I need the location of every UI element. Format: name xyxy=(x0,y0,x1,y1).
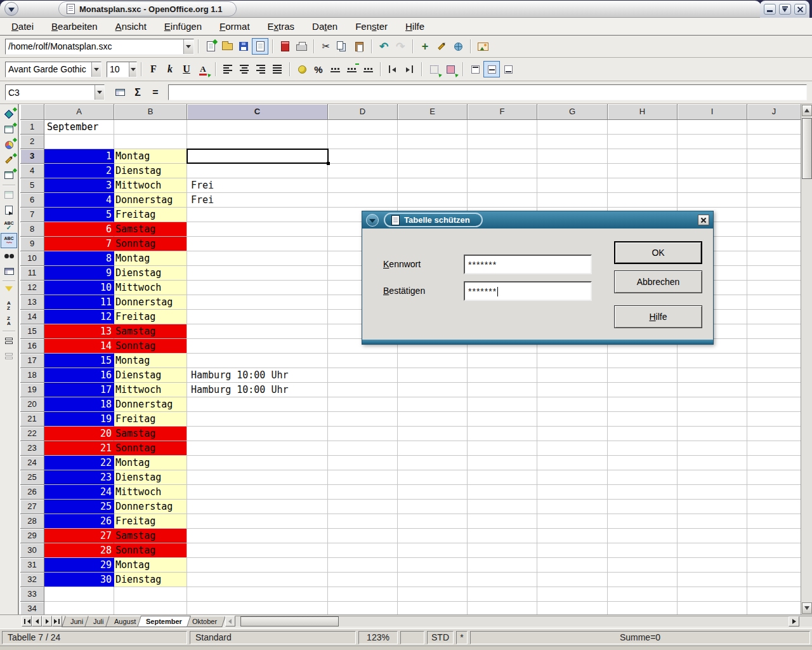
cell-F34[interactable] xyxy=(468,602,537,614)
cell-H32[interactable] xyxy=(608,573,678,587)
cell-J17[interactable] xyxy=(747,354,801,368)
cell-H24[interactable] xyxy=(608,456,678,470)
italic-button[interactable]: k xyxy=(162,61,178,77)
group-button[interactable] xyxy=(1,333,17,348)
cell-E4[interactable] xyxy=(398,164,468,178)
cell-I32[interactable] xyxy=(678,573,747,587)
cell-D20[interactable] xyxy=(328,397,398,412)
decrease-indent-button[interactable] xyxy=(384,61,401,77)
cell-H1[interactable] xyxy=(608,120,678,135)
cell-C5[interactable]: Frei xyxy=(187,178,328,193)
insert-button[interactable] xyxy=(1,107,17,122)
align-justify-button[interactable] xyxy=(269,61,285,77)
row-header-13[interactable]: 13 xyxy=(20,295,44,310)
font-size-combobox[interactable] xyxy=(107,62,137,77)
cell-G23[interactable] xyxy=(537,441,608,456)
autopilot-button[interactable] xyxy=(433,38,450,55)
cell-I26[interactable] xyxy=(678,485,747,500)
cell-A32[interactable]: 30 xyxy=(44,573,114,587)
cell-E21[interactable] xyxy=(398,412,468,427)
bold-button[interactable]: F xyxy=(145,61,162,77)
cell-I2[interactable] xyxy=(678,135,747,149)
cell-A5[interactable]: 3 xyxy=(44,178,114,193)
cell-C25[interactable] xyxy=(187,470,328,485)
autoformat-button[interactable] xyxy=(1,187,17,202)
cell-I18[interactable] xyxy=(678,368,747,383)
cell-E5[interactable] xyxy=(398,178,468,193)
cell-I3[interactable] xyxy=(678,149,747,164)
cell-F33[interactable] xyxy=(468,587,537,602)
row-header-33[interactable]: 33 xyxy=(20,587,44,602)
row-header-31[interactable]: 31 xyxy=(20,558,44,573)
cell-B21[interactable]: Freitag xyxy=(114,412,187,427)
row-header-34[interactable]: 34 xyxy=(20,602,44,614)
cell-A12[interactable]: 10 xyxy=(44,281,114,295)
window-menu-button[interactable] xyxy=(4,2,18,16)
cell-G2[interactable] xyxy=(537,135,608,149)
align-left-button[interactable] xyxy=(219,61,236,77)
themes-button[interactable] xyxy=(1,202,17,218)
cell-D33[interactable] xyxy=(328,587,398,602)
cell-G19[interactable] xyxy=(537,383,608,397)
cell-F26[interactable] xyxy=(468,485,537,500)
cell-J33[interactable] xyxy=(747,587,801,602)
cell-B2[interactable] xyxy=(114,135,187,149)
cell-F22[interactable] xyxy=(468,427,537,441)
copy-button[interactable] xyxy=(334,38,351,55)
row-header-21[interactable]: 21 xyxy=(20,412,44,427)
cell-I5[interactable] xyxy=(678,178,747,193)
font-name-combobox[interactable] xyxy=(5,62,102,77)
cell-G29[interactable] xyxy=(537,529,608,543)
cell-B18[interactable]: Dienstag xyxy=(114,368,187,383)
cell-B14[interactable]: Freitag xyxy=(114,310,187,324)
cell-I21[interactable] xyxy=(678,412,747,427)
cell-I17[interactable] xyxy=(678,354,747,368)
cell-B23[interactable]: Sonntag xyxy=(114,441,187,456)
align-bottom-button[interactable] xyxy=(500,61,516,77)
cell-J24[interactable] xyxy=(747,456,801,470)
cell-C21[interactable] xyxy=(187,412,328,427)
cell-J2[interactable] xyxy=(747,135,801,149)
cell-I27[interactable] xyxy=(678,500,747,514)
cell-A33[interactable] xyxy=(44,587,114,602)
cell-H22[interactable] xyxy=(608,427,678,441)
undo-button[interactable] xyxy=(376,38,392,55)
insert-object-button[interactable] xyxy=(1,137,17,152)
cell-C19[interactable]: Hamburg 10:00 Uhr xyxy=(187,383,328,397)
cell-C8[interactable] xyxy=(187,222,328,237)
cell-D17[interactable] xyxy=(328,354,398,368)
cell-D32[interactable] xyxy=(328,573,398,587)
confirm-input[interactable]: ******* xyxy=(464,281,592,301)
cut-button[interactable] xyxy=(318,38,334,55)
cell-A10[interactable]: 8 xyxy=(44,251,114,266)
paste-button[interactable] xyxy=(351,38,367,55)
cell-J10[interactable] xyxy=(747,251,801,266)
cell-C3[interactable] xyxy=(187,149,328,164)
scroll-up-button[interactable] xyxy=(802,105,812,116)
cell-D28[interactable] xyxy=(328,514,398,529)
cell-F32[interactable] xyxy=(468,573,537,587)
cell-G3[interactable] xyxy=(537,149,608,164)
underline-button[interactable]: U xyxy=(178,61,195,77)
column-header-F[interactable]: F xyxy=(468,104,537,120)
cell-E30[interactable] xyxy=(398,543,468,558)
row-header-16[interactable]: 16 xyxy=(20,339,44,354)
cell-A30[interactable]: 28 xyxy=(44,543,114,558)
new-document-button[interactable] xyxy=(202,38,219,55)
cell-I33[interactable] xyxy=(678,587,747,602)
currency-format-button[interactable] xyxy=(294,61,310,77)
cell-J20[interactable] xyxy=(747,397,801,412)
cell-A27[interactable]: 25 xyxy=(44,500,114,514)
horizontal-scrollbar-thumb[interactable] xyxy=(240,616,339,627)
cell-I6[interactable] xyxy=(678,193,747,208)
cell-I23[interactable] xyxy=(678,441,747,456)
spellcheck-button[interactable]: ABC✓ xyxy=(1,218,17,233)
cell-H29[interactable] xyxy=(608,529,678,543)
row-header-1[interactable]: 1 xyxy=(20,120,44,135)
cell-D19[interactable] xyxy=(328,383,398,397)
cell-J30[interactable] xyxy=(747,543,801,558)
menu-daten[interactable]: Daten xyxy=(303,18,346,34)
cell-I29[interactable] xyxy=(678,529,747,543)
cell-A25[interactable]: 23 xyxy=(44,470,114,485)
cell-A31[interactable]: 29 xyxy=(44,558,114,573)
